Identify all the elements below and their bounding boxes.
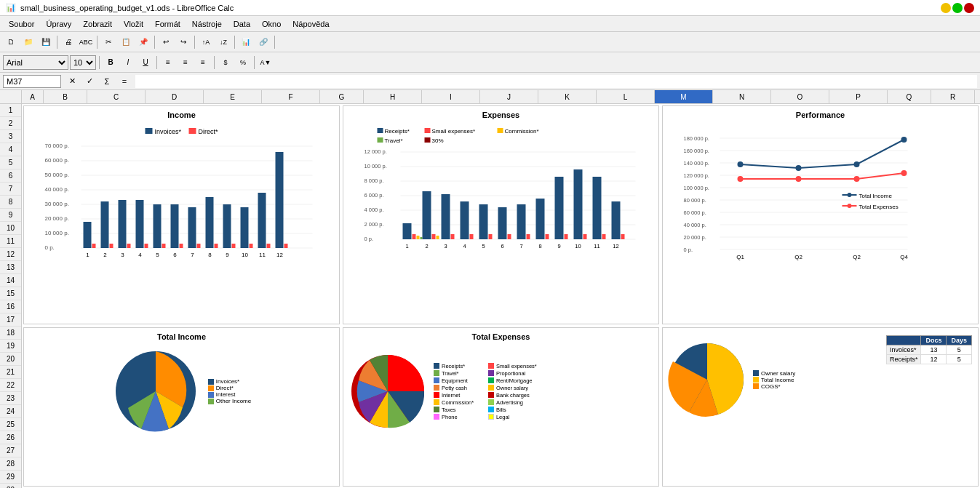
name-box[interactable] (3, 75, 61, 88)
row-23[interactable]: 23 (0, 392, 21, 405)
align-right-button[interactable]: ≡ (195, 55, 211, 71)
col-header-R[interactable]: R (931, 90, 975, 103)
col-header-A[interactable]: A (22, 90, 44, 103)
row-14[interactable]: 14 (0, 274, 21, 287)
row-29[interactable]: 29 (0, 471, 21, 484)
row-1[interactable]: 1 (0, 104, 21, 117)
row-3[interactable]: 3 (0, 130, 21, 143)
row-10[interactable]: 10 (0, 222, 21, 235)
italic-button[interactable]: I (120, 55, 136, 71)
row-9[interactable]: 9 (0, 209, 21, 222)
col-header-C[interactable]: C (87, 90, 146, 103)
align-center-button[interactable]: ≡ (178, 55, 194, 71)
sort-desc-button[interactable]: ↓Z (215, 34, 231, 50)
col-header-L[interactable]: L (597, 90, 655, 103)
row-25[interactable]: 25 (0, 418, 21, 431)
col-header-K[interactable]: K (538, 90, 597, 103)
formula-equals-button[interactable]: = (116, 73, 132, 89)
row-11[interactable]: 11 (0, 235, 21, 248)
window-title: small_business_operating_budget_v1.ods -… (20, 4, 234, 12)
spellcheck-button[interactable]: ABC (78, 34, 94, 50)
col-header-O[interactable]: O (771, 90, 829, 103)
maximize-button[interactable] (952, 3, 963, 13)
menu-zobrazit[interactable]: Zobrazit (77, 18, 118, 30)
row-16[interactable]: 16 (0, 300, 21, 313)
formula-sum-button[interactable]: Σ (99, 73, 115, 89)
underline-button[interactable]: U (138, 55, 154, 71)
row-4[interactable]: 4 (0, 143, 21, 156)
row-8[interactable]: 8 (0, 196, 21, 209)
invoices-days[interactable]: 5 (947, 345, 972, 355)
invoices-docs[interactable]: 13 (921, 345, 947, 355)
close-button[interactable] (964, 3, 974, 13)
col-header-D[interactable]: D (146, 90, 204, 103)
row-24[interactable]: 24 (0, 405, 21, 418)
svg-rect-92 (489, 234, 493, 239)
row-13[interactable]: 13 (0, 261, 21, 274)
font-select[interactable]: Arial (3, 55, 68, 70)
col-header-N[interactable]: N (713, 90, 771, 103)
row-27[interactable]: 27 (0, 444, 21, 457)
row-2[interactable]: 2 (0, 117, 21, 130)
row-26[interactable]: 26 (0, 431, 21, 444)
svg-text:6: 6 (173, 252, 177, 258)
row-18[interactable]: 18 (0, 327, 21, 340)
minimize-button[interactable] (941, 3, 951, 13)
hyperlink-button[interactable]: 🔗 (255, 34, 271, 50)
row-5[interactable]: 5 (0, 156, 21, 169)
formula-cancel-button[interactable]: ✕ (64, 73, 80, 89)
sort-asc-button[interactable]: ↑A (198, 34, 214, 50)
menu-vlozit[interactable]: Vložit (118, 18, 149, 30)
row-12[interactable]: 12 (0, 248, 21, 261)
formula-input[interactable] (135, 75, 977, 88)
bg-color-button[interactable]: A▼ (258, 55, 274, 71)
copy-button[interactable]: 📋 (118, 34, 134, 50)
cut-button[interactable]: ✂ (100, 34, 116, 50)
menu-okno[interactable]: Okno (256, 18, 287, 30)
chart-button[interactable]: 📊 (238, 34, 254, 50)
menu-nastroje[interactable]: Nástroje (186, 18, 228, 30)
redo-button[interactable]: ↪ (175, 34, 191, 50)
receipts-docs[interactable]: 12 (921, 355, 947, 364)
row-21[interactable]: 21 (0, 366, 21, 379)
open-button[interactable]: 📁 (20, 34, 36, 50)
col-header-H[interactable]: H (364, 90, 422, 103)
col-header-M[interactable]: M (655, 90, 713, 103)
menu-format[interactable]: Formát (149, 18, 186, 30)
col-header-B[interactable]: B (44, 90, 87, 103)
row-28[interactable]: 28 (0, 457, 21, 471)
undo-button[interactable]: ↩ (158, 34, 174, 50)
percent-button[interactable]: % (235, 55, 251, 71)
row-20[interactable]: 20 (0, 353, 21, 366)
row-30[interactable]: 30 (0, 484, 21, 488)
align-left-button[interactable]: ≡ (160, 55, 176, 71)
receipts-days[interactable]: 5 (947, 355, 972, 364)
row-19[interactable]: 19 (0, 340, 21, 353)
print-button[interactable]: 🖨 (60, 34, 76, 50)
svg-rect-81 (413, 234, 416, 239)
row-17[interactable]: 17 (0, 313, 21, 327)
row-22[interactable]: 22 (0, 379, 21, 392)
col-header-I[interactable]: I (422, 90, 480, 103)
bold-button[interactable]: B (103, 55, 119, 71)
currency-button[interactable]: $ (218, 55, 234, 71)
row-15[interactable]: 15 (0, 287, 21, 300)
col-header-F[interactable]: F (262, 90, 320, 103)
formula-confirm-button[interactable]: ✓ (81, 73, 97, 89)
menu-upravy[interactable]: Úpravy (40, 18, 77, 30)
col-header-P[interactable]: P (829, 90, 888, 103)
col-header-E[interactable]: E (204, 90, 262, 103)
menu-napoveda[interactable]: Nápověda (287, 18, 335, 30)
new-button[interactable]: 🗋 (3, 34, 19, 50)
menu-soubor[interactable]: Soubor (3, 18, 40, 30)
save-button[interactable]: 💾 (38, 34, 54, 50)
menu-data[interactable]: Data (228, 18, 256, 30)
font-size-select[interactable]: 10 (70, 55, 96, 70)
paste-button[interactable]: 📌 (135, 34, 151, 50)
row-7[interactable]: 7 (0, 183, 21, 196)
col-header-J[interactable]: J (480, 90, 538, 103)
col-header-S[interactable]: S (975, 90, 980, 103)
row-6[interactable]: 6 (0, 169, 21, 183)
col-header-Q[interactable]: Q (888, 90, 931, 103)
col-header-G[interactable]: G (320, 90, 364, 103)
